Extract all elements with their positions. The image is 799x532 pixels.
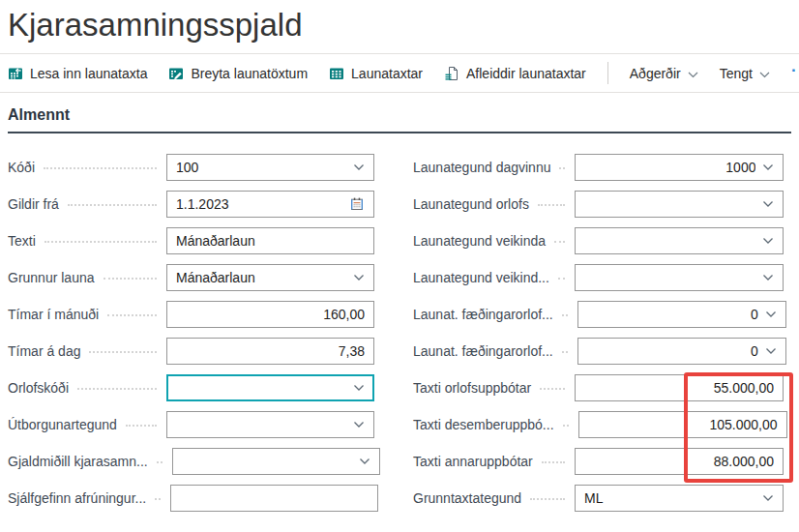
dotted-leader <box>558 278 565 280</box>
dotted-leader <box>68 204 157 206</box>
field-value: ML <box>584 490 755 506</box>
field-row: Gildir frá 1.1.2023 <box>8 186 374 222</box>
dotted-leader <box>155 498 161 500</box>
chevron-down-icon <box>762 274 774 281</box>
gildir-fra-label: Gildir frá <box>8 196 59 212</box>
kodi-field[interactable]: 100 <box>166 154 374 181</box>
launategund-veikinda-label: Launategund veikinda <box>413 233 546 249</box>
faedingarorlof1-field[interactable]: 0 <box>577 301 786 328</box>
action-label: Launataxtar <box>351 66 423 81</box>
calendar-icon[interactable] <box>349 196 365 212</box>
grunntaxtategund-label: Grunntaxtategund <box>413 490 521 506</box>
gjaldmidill-field[interactable] <box>172 448 380 475</box>
launategund-dagvinnu-label: Launategund dagvinnu <box>413 160 550 175</box>
launategund-orlofs-field[interactable] <box>575 191 784 218</box>
chevron-down-icon <box>762 200 774 208</box>
taxti-orlofsuppbotar-label: Taxti orlofsuppbótar <box>413 380 531 396</box>
dotted-leader <box>559 167 565 169</box>
dotted-leader <box>563 425 569 427</box>
field-row: Launategund orlofs <box>413 186 784 222</box>
grunnur-launa-label: Grunnur launa <box>8 270 95 285</box>
taxti-desemberuppbotar-field[interactable]: 105.000,00 <box>578 411 787 438</box>
field-value: 55.000,00 <box>584 380 774 396</box>
field-value: 160,00 <box>176 307 365 322</box>
lesa-inn-launataxta-button[interactable]: Lesa inn launataxta <box>8 66 147 81</box>
grunnur-launa-field[interactable]: Mánaðarlaun <box>166 264 374 291</box>
field-value: Mánaðarlaun <box>176 270 346 285</box>
field-row: Grunntaxtategund ML <box>413 480 784 517</box>
toolbar-separator <box>607 62 608 84</box>
kodi-label: Kóði <box>8 160 35 175</box>
faedingarorlof1-label: Launat. fæðingarorlof... <box>413 307 553 322</box>
chevron-down-icon <box>353 384 365 392</box>
chevron-down-icon <box>762 494 774 502</box>
field-row: Taxti annaruppbótar 88.000,00 <box>413 443 784 480</box>
adgerdir-menu[interactable]: Aðgerðir <box>630 66 698 81</box>
form-column-right: Launategund dagvinnu 1000 Launategund or… <box>413 149 784 517</box>
utborgunartegund-label: Útborgunartegund <box>8 417 117 432</box>
field-row: Launat. fæðingarorlof... 0 <box>413 333 784 369</box>
afleiddir-launataxtar-button[interactable]: Afleiddir launataxtar <box>444 66 586 81</box>
action-toolbar: Lesa inn launataxta Breyta launatöxtum <box>0 54 799 93</box>
chevron-down-icon <box>688 66 698 81</box>
dotted-leader <box>107 314 157 316</box>
dotted-leader <box>126 425 157 427</box>
afrunningur-label: Sjálfgefinn afrúningur... <box>8 490 146 506</box>
afrunningur-field[interactable] <box>170 485 378 512</box>
field-value: 1.1.2023 <box>176 196 342 212</box>
faedingarorlof2-label: Launat. fæðingarorlof... <box>413 343 553 359</box>
action-label: Lesa inn launataxta <box>30 66 147 81</box>
field-row: Gjaldmiðill kjarasamn... <box>8 443 374 480</box>
taxti-orlofsuppbotar-field[interactable]: 55.000,00 <box>575 374 784 401</box>
dotted-leader <box>538 204 565 206</box>
chevron-down-icon <box>359 458 370 465</box>
timar-i-manudi-field[interactable]: 160,00 <box>166 301 374 328</box>
faedingarorlof2-field[interactable]: 0 <box>577 338 786 365</box>
dotted-leader <box>540 388 565 390</box>
kjarasamningsspjald-page: Kjarasamningsspjald Lesa inn launataxta <box>0 0 799 532</box>
texti-field[interactable]: Mánaðarlaun <box>166 227 374 254</box>
breyta-launatoxtum-button[interactable]: Breyta launatöxtum <box>168 66 308 81</box>
field-row: Grunnur launa Mánaðarlaun <box>8 259 374 296</box>
texti-label: Texti <box>8 233 36 249</box>
field-value: 100 <box>176 160 346 175</box>
dotted-leader <box>44 241 157 243</box>
field-row: Sjálfgefinn afrúningur... <box>8 480 374 517</box>
dotted-leader <box>157 461 163 463</box>
launataxtar-button[interactable]: Launataxtar <box>329 66 423 81</box>
section-header-almennt[interactable]: Almennt <box>8 106 791 133</box>
field-value: 1000 <box>584 160 755 175</box>
timar-a-dag-label: Tímar á dag <box>8 343 80 359</box>
utborgunartegund-field[interactable] <box>166 411 374 438</box>
gildir-fra-field[interactable]: 1.1.2023 <box>166 191 374 218</box>
grunntaxtategund-field[interactable]: ML <box>575 485 784 512</box>
more-options-icon[interactable]: ··· <box>791 62 799 84</box>
launategund-veikind2-field[interactable] <box>575 264 784 291</box>
field-row: Launategund veikind... <box>413 259 784 296</box>
taxti-desemberuppbotar-label: Taxti desemberuppbó... <box>413 417 554 432</box>
taxti-annaruppbotar-field[interactable]: 88.000,00 <box>575 448 784 475</box>
chevron-down-icon <box>353 163 365 171</box>
form-column-left: Kóði 100 Gildir frá 1.1.2023 <box>8 149 374 517</box>
field-row: Launategund dagvinnu 1000 <box>413 149 784 186</box>
orlofskodi-field[interactable] <box>166 374 374 401</box>
dotted-leader <box>104 278 157 280</box>
tengt-menu[interactable]: Tengt <box>720 66 770 81</box>
chevron-down-icon <box>765 310 777 318</box>
launategund-dagvinnu-field[interactable]: 1000 <box>575 154 784 181</box>
import-rates-icon <box>8 66 23 81</box>
dotted-leader <box>554 241 565 243</box>
action-label: Afleiddir launataxtar <box>466 66 586 81</box>
general-fasttab: Kóði 100 Gildir frá 1.1.2023 <box>8 149 791 517</box>
launategund-veikind2-label: Launategund veikind... <box>413 270 549 285</box>
dotted-leader <box>562 314 568 316</box>
chevron-down-icon <box>762 237 774 245</box>
field-row: Launat. fæðingarorlof... 0 <box>413 296 784 333</box>
field-row: Tímar á dag 7,38 <box>8 333 374 369</box>
field-row: Tímar í mánuði 160,00 <box>8 296 374 333</box>
field-value: 0 <box>587 343 758 359</box>
dotted-leader <box>530 498 565 500</box>
launategund-veikinda-field[interactable] <box>575 227 784 254</box>
chevron-down-icon <box>762 163 774 171</box>
timar-a-dag-field[interactable]: 7,38 <box>166 338 374 365</box>
